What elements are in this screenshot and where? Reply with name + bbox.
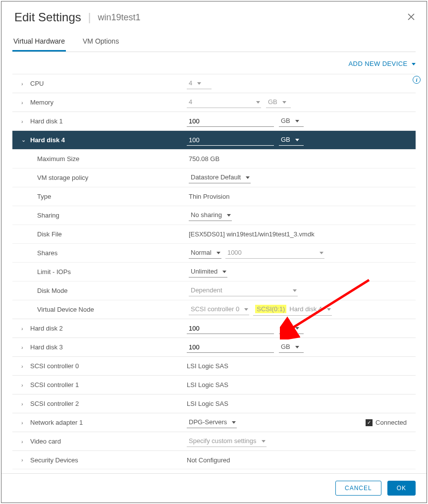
row-type: Type Thin Provision — [12, 187, 416, 206]
shares-value-select[interactable]: 1000 — [225, 248, 324, 259]
scsi2-label: SCSI controller 2 — [28, 400, 187, 407]
memory-label: Memory — [28, 99, 187, 106]
row-hard-disk-3[interactable]: › Hard disk 3 GB — [12, 337, 416, 356]
chevron-right-icon: › — [21, 439, 28, 445]
security-value: Not Configured — [187, 456, 412, 464]
hd1-unit-select[interactable]: GB — [279, 116, 304, 127]
chevron-down-icon — [260, 437, 266, 445]
row-scsi-0[interactable]: › SCSI controller 0 LSI Logic SAS — [12, 356, 416, 375]
chevron-down-icon — [254, 98, 260, 106]
mode-select[interactable]: Dependent — [189, 285, 298, 296]
row-scsi-1[interactable]: › SCSI controller 1 LSI Logic SAS — [12, 375, 416, 394]
modal-title: Edit Settings — [14, 10, 81, 24]
row-scsi-2[interactable]: › SCSI controller 2 LSI Logic SAS — [12, 394, 416, 413]
row-shares: Shares Normal 1000 — [12, 243, 416, 262]
chevron-down-icon — [293, 324, 299, 332]
chevron-down-icon — [293, 117, 299, 124]
scsi1-value: LSI Logic SAS — [187, 381, 412, 389]
row-hard-disk-2[interactable]: › Hard disk 2 GB — [12, 319, 416, 337]
row-security-devices[interactable]: › Security Devices Not Configured — [12, 450, 416, 469]
row-hard-disk-4[interactable]: ⌄ Hard disk 4 GB — [12, 130, 416, 149]
security-label: Security Devices — [28, 456, 187, 464]
edit-settings-modal: Edit Settings | win19test1 Virtual Hardw… — [1, 1, 427, 503]
chevron-down-icon — [291, 286, 297, 294]
row-cpu[interactable]: › CPU 4 — [12, 74, 416, 93]
policy-select[interactable]: Datastore Default — [189, 172, 251, 183]
row-max-size: Maximum Size 750.08 GB — [12, 149, 416, 168]
chevron-down-icon — [410, 60, 416, 67]
chevron-right-icon: › — [21, 81, 28, 87]
cpu-label: CPU — [28, 80, 187, 87]
chevron-down-icon — [242, 305, 248, 313]
checkbox-checked-icon: ✓ — [366, 419, 373, 426]
cpu-select[interactable]: 4 — [187, 78, 212, 89]
memory-unit-select[interactable]: GB — [266, 97, 291, 108]
chevron-right-icon: › — [21, 382, 28, 388]
row-hard-disk-1[interactable]: › Hard disk 1 GB — [12, 112, 416, 130]
chevron-down-icon: ⌄ — [21, 137, 28, 143]
row-memory[interactable]: › Memory 4 GB — [12, 93, 416, 112]
chevron-right-icon: › — [21, 457, 28, 463]
vdn-label: Virtual Device Node — [37, 306, 189, 313]
tab-virtual-hardware[interactable]: Virtual Hardware — [12, 32, 66, 52]
mode-label: Disk Mode — [37, 287, 189, 294]
net1-label: Network adapter 1 — [28, 419, 187, 426]
connected-checkbox[interactable]: ✓ Connected — [366, 419, 407, 426]
row-network-adapter-1[interactable]: › Network adapter 1 DPG-Servers ✓ Connec… — [12, 413, 416, 432]
shares-select[interactable]: Normal — [189, 248, 221, 259]
hd1-size-input[interactable] — [187, 116, 274, 127]
add-new-device-button[interactable]: ADD NEW DEVICE — [12, 52, 416, 74]
chevron-down-icon — [280, 98, 286, 106]
type-value: Thin Provision — [189, 193, 412, 200]
scsi0-value: LSI Logic SAS — [187, 362, 412, 370]
policy-label: VM storage policy — [37, 174, 189, 181]
ok-button[interactable]: OK — [387, 481, 416, 496]
max-size-label: Maximum Size — [37, 155, 189, 163]
chevron-down-icon — [214, 249, 220, 256]
chevron-right-icon: › — [21, 344, 28, 350]
hd2-unit-select[interactable]: GB — [279, 323, 304, 334]
settings-content[interactable]: ADD NEW DEVICE i › CPU 4 › Memory 4 — [12, 52, 425, 473]
vdn-scsi-select[interactable]: SCSI(0:1) Hard disk 4 — [253, 304, 332, 316]
hd4-label: Hard disk 4 — [28, 136, 187, 144]
tab-bar: Virtual Hardware VM Options — [12, 32, 416, 52]
sharing-label: Sharing — [37, 212, 189, 219]
row-video-card[interactable]: › Video card Specify custom settings — [12, 432, 416, 450]
tab-vm-options[interactable]: VM Options — [82, 32, 120, 52]
sharing-select[interactable]: No sharing — [189, 210, 232, 221]
row-iops: Limit - IOPs Unlimited — [12, 262, 416, 281]
memory-value-select[interactable]: 4 — [187, 97, 261, 108]
hd4-unit-select[interactable]: GB — [279, 135, 304, 146]
chevron-down-icon — [325, 305, 331, 313]
hd2-size-input[interactable] — [187, 323, 274, 334]
chevron-down-icon — [244, 173, 250, 181]
chevron-down-icon — [225, 211, 231, 219]
chevron-down-icon — [220, 268, 226, 275]
vdn-controller-select[interactable]: SCSI controller 0 — [189, 304, 249, 315]
scsi0-label: SCSI controller 0 — [28, 362, 187, 370]
title-divider: | — [88, 11, 91, 24]
hd3-unit-select[interactable]: GB — [279, 342, 304, 353]
iops-label: Limit - IOPs — [37, 268, 189, 276]
row-disk-mode: Disk Mode Dependent — [12, 281, 416, 300]
video-label: Video card — [28, 438, 187, 445]
diskfile-value: [ESX5DS01] win19test1/win19test1_3.vmdk — [189, 230, 412, 238]
net1-select[interactable]: DPG-Servers — [187, 417, 237, 428]
chevron-right-icon: › — [21, 420, 28, 426]
row-disk-file: Disk File [ESX5DS01] win19test1/win19tes… — [12, 224, 416, 243]
hd3-size-input[interactable] — [187, 342, 274, 353]
info-icon[interactable]: i — [413, 76, 421, 84]
cancel-button[interactable]: CANCEL — [335, 481, 381, 496]
chevron-right-icon: › — [21, 401, 28, 407]
chevron-right-icon: › — [21, 100, 28, 106]
hd2-label: Hard disk 2 — [28, 325, 187, 332]
close-icon[interactable] — [407, 12, 416, 23]
scsi2-value: LSI Logic SAS — [187, 400, 412, 407]
iops-select[interactable]: Unlimited — [189, 267, 227, 278]
row-virtual-device-node: Virtual Device Node SCSI controller 0 SC… — [12, 300, 416, 319]
hd4-size-input[interactable] — [187, 135, 274, 146]
add-new-device-label: ADD NEW DEVICE — [349, 60, 408, 67]
video-select[interactable]: Specify custom settings — [187, 436, 267, 447]
diskfile-label: Disk File — [37, 230, 189, 238]
scsi-highlight: SCSI(0:1) — [255, 305, 286, 313]
